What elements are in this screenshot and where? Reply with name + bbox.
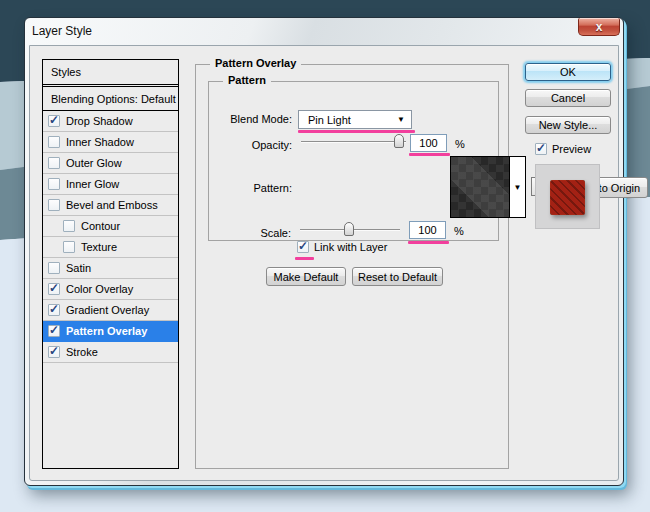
cancel-label: Cancel [551,92,585,104]
ok-label: OK [560,66,576,78]
sidebar-item-bevel-emboss[interactable]: Bevel and Emboss [43,195,178,216]
link-with-layer-checkbox[interactable] [297,241,309,253]
sidebar-item-satin[interactable]: Satin [43,258,178,279]
opacity-unit: % [455,138,465,150]
sidebar-item-color-overlay[interactable]: Color Overlay [43,279,178,300]
sidebar-item-pattern-overlay[interactable]: Pattern Overlay [43,321,178,342]
window-title: Layer Style [32,24,92,38]
sidebar-item-blending-options[interactable]: Blending Options: Default [43,87,178,111]
stroke-checkbox[interactable] [48,346,60,358]
annotation-underline-scale [408,241,449,244]
layer-style-dialog: Layer Style x Styles Blending Options: D… [24,17,624,486]
styles-list: Styles Blending Options: Default Drop Sh… [42,59,179,469]
preview-swatch [535,164,600,229]
styles-list-header: Styles [43,60,178,85]
blend-mode-value: Pin Light [308,114,351,126]
reset-to-default-label: Reset to Default [358,271,437,283]
reset-to-default-button[interactable]: Reset to Default [352,267,443,286]
close-button[interactable]: x [578,18,620,36]
sidebar-item-label: Stroke [66,346,98,358]
preview-row[interactable]: Preview [535,143,591,155]
preview-label: Preview [552,143,591,155]
pattern-picker-dropdown[interactable]: ▼ [510,157,525,217]
opacity-label: Opacity: [209,139,292,151]
blend-mode-label: Blend Mode: [209,113,292,125]
pattern-overlay-group-title: Pattern Overlay [210,57,301,69]
sidebar-item-label: Contour [81,220,120,232]
cancel-button[interactable]: Cancel [525,89,611,107]
opacity-slider-track [301,141,406,142]
satin-checkbox[interactable] [48,262,60,274]
sidebar-item-label: Outer Glow [66,157,122,169]
sidebar-item-label: Gradient Overlay [66,304,149,316]
close-icon: x [596,21,603,33]
dialog-body: Styles Blending Options: Default Drop Sh… [29,45,619,481]
sidebar-item-inner-shadow[interactable]: Inner Shadow [43,132,178,153]
opacity-input[interactable] [410,134,447,152]
sidebar-item-label: Color Overlay [66,283,133,295]
sidebar-item-contour[interactable]: Contour [43,216,178,237]
pattern-group-title: Pattern [223,74,271,86]
pattern-overlay-group: Pattern Overlay Pattern Blend Mode: Pin … [195,64,509,469]
sidebar-item-drop-shadow[interactable]: Drop Shadow [43,111,178,132]
scale-slider[interactable] [300,222,400,237]
sidebar-item-label: Bevel and Emboss [66,199,158,211]
ok-button[interactable]: OK [525,63,611,81]
gradient-overlay-checkbox[interactable] [48,304,60,316]
scale-slider-thumb[interactable] [344,222,354,236]
link-with-layer-row[interactable]: Link with Layer [297,241,387,253]
sidebar-item-label: Inner Glow [66,178,119,190]
sidebar-item-stroke[interactable]: Stroke [43,342,178,363]
blend-mode-select[interactable]: Pin Light ▼ [298,110,412,129]
contour-checkbox[interactable] [63,220,75,232]
sidebar-item-label: Satin [66,262,91,274]
inner-shadow-checkbox[interactable] [48,136,60,148]
scale-unit: % [454,225,464,237]
preview-layer-thumbnail [550,180,585,215]
opacity-slider[interactable] [301,134,406,149]
annotation-underline-blend-mode [298,130,415,133]
annotation-underline-link [295,257,314,260]
chevron-down-icon: ▼ [514,183,522,192]
desktop: Layer Style x Styles Blending Options: D… [0,0,650,512]
sidebar-item-label: Texture [81,241,117,253]
sidebar-item-outer-glow[interactable]: Outer Glow [43,153,178,174]
link-with-layer-label: Link with Layer [314,241,387,253]
chevron-down-icon: ▼ [397,115,405,124]
make-default-button[interactable]: Make Default [266,267,346,286]
pattern-picker: ▼ [450,156,526,218]
make-default-label: Make Default [274,271,339,283]
sidebar-item-texture[interactable]: Texture [43,237,178,258]
inner-glow-checkbox[interactable] [48,178,60,190]
pattern-thumbnail[interactable] [451,157,510,217]
sidebar-item-label: Inner Shadow [66,136,134,148]
opacity-slider-thumb[interactable] [394,134,404,148]
outer-glow-checkbox[interactable] [48,157,60,169]
title-bar[interactable]: Layer Style x [25,18,623,45]
annotation-underline-opacity [409,153,450,156]
new-style-button[interactable]: New Style... [525,116,611,134]
scale-label: Scale: [208,227,291,239]
sidebar-item-inner-glow[interactable]: Inner Glow [43,174,178,195]
pattern-overlay-checkbox[interactable] [48,325,60,337]
sidebar-item-label: Pattern Overlay [66,325,147,337]
scale-input[interactable] [409,221,446,239]
preview-checkbox[interactable] [535,143,547,155]
drop-shadow-checkbox[interactable] [48,115,60,127]
bevel-emboss-checkbox[interactable] [48,199,60,211]
color-overlay-checkbox[interactable] [48,283,60,295]
pattern-label: Pattern: [209,182,292,194]
sidebar-item-gradient-overlay[interactable]: Gradient Overlay [43,300,178,321]
sidebar-item-label: Drop Shadow [66,115,133,127]
texture-checkbox[interactable] [63,241,75,253]
new-style-label: New Style... [539,119,598,131]
